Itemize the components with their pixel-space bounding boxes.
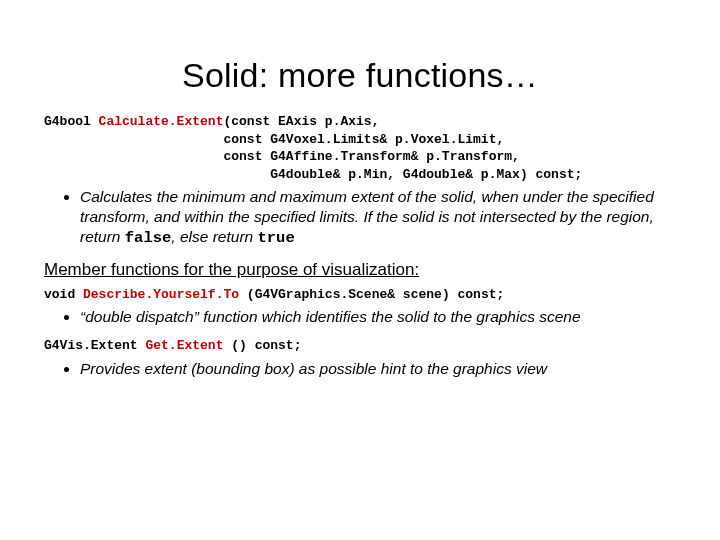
bullet-item: “double dispatch” function which identif… xyxy=(80,307,676,327)
code-text: (const EAxis p.Axis, xyxy=(223,114,379,129)
code-signature-describe-yourself: void Describe.Yourself.To (G4VGraphics.S… xyxy=(44,286,676,304)
bullet-item: Calculates the minimum and maximum exten… xyxy=(80,187,676,248)
slide-body: G4bool Calculate.Extent(const EAxis p.Ax… xyxy=(0,113,720,379)
code-keyword: Get.Extent xyxy=(145,338,231,353)
bullet-list: Calculates the minimum and maximum exten… xyxy=(44,187,676,248)
code-text: void xyxy=(44,287,83,302)
slide: Solid: more functions… G4bool Calculate.… xyxy=(0,56,720,540)
code-text: G4Vis.Extent xyxy=(44,338,145,353)
code-text: G4double& p.Min, G4double& p.Max) const; xyxy=(44,167,582,182)
section-subheading: Member functions for the purpose of visu… xyxy=(44,259,676,280)
bullet-text: , else return xyxy=(171,228,257,245)
code-text: () const; xyxy=(231,338,301,353)
code-text: (G4VGraphics.Scene& scene) const; xyxy=(247,287,504,302)
bullet-list: “double dispatch” function which identif… xyxy=(44,307,676,327)
code-keyword: Calculate.Extent xyxy=(99,114,224,129)
slide-title: Solid: more functions… xyxy=(0,56,720,95)
bullet-text: Provides extent (bounding box) as possib… xyxy=(80,360,547,377)
code-text: G4bool xyxy=(44,114,99,129)
bullet-item: Provides extent (bounding box) as possib… xyxy=(80,359,676,379)
bullet-list: Provides extent (bounding box) as possib… xyxy=(44,359,676,379)
code-text: const G4Voxel.Limits& p.Voxel.Limit, xyxy=(44,132,504,147)
code-signature-calculate-extent: G4bool Calculate.Extent(const EAxis p.Ax… xyxy=(44,113,676,183)
bullet-text: “double dispatch” function which identif… xyxy=(80,308,581,325)
inline-code-true: true xyxy=(257,229,294,247)
code-text: const G4Affine.Transform& p.Transform, xyxy=(44,149,520,164)
inline-code-false: false xyxy=(125,229,172,247)
code-signature-get-extent: G4Vis.Extent Get.Extent () const; xyxy=(44,337,676,355)
code-keyword: Describe.Yourself.To xyxy=(83,287,247,302)
